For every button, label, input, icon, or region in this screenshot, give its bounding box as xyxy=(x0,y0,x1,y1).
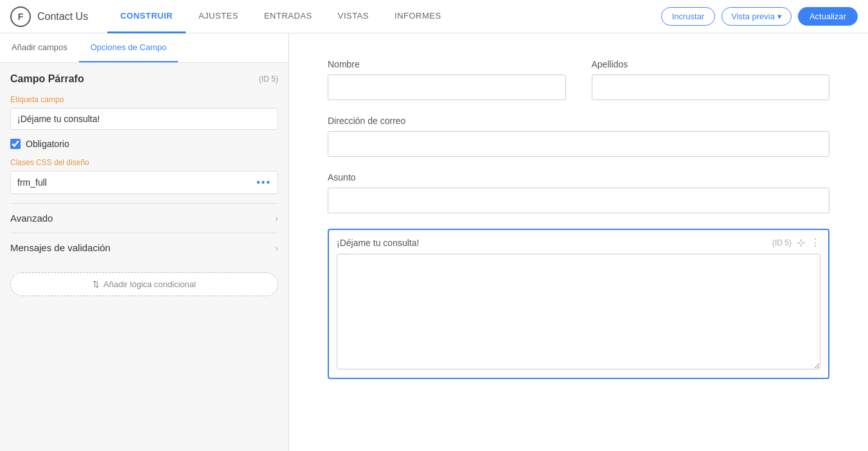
actualizar-button[interactable]: Actualizar xyxy=(798,7,858,26)
validacion-section[interactable]: Mensajes de validación › xyxy=(10,233,278,262)
top-nav: F Contact Us CONSTRUIR AJUSTES ENTRADAS … xyxy=(0,0,868,33)
tab-vistas[interactable]: VISTAS xyxy=(325,0,382,33)
incrustar-button[interactable]: Incrustar xyxy=(661,7,716,26)
paragraph-field-id: (ID 5) xyxy=(772,238,792,247)
apellidos-field: Apellidos xyxy=(592,59,830,100)
tab-entradas[interactable]: ENTRADAS xyxy=(251,0,325,33)
apellidos-label: Apellidos xyxy=(592,59,830,69)
asunto-label: Asunto xyxy=(328,172,829,182)
obligatorio-row: Obligatorio xyxy=(10,139,278,149)
css-input-row: ••• xyxy=(10,171,278,194)
email-field: Dirección de correo xyxy=(328,116,829,157)
etiqueta-group: Etiqueta campo xyxy=(10,95,278,130)
email-label: Dirección de correo xyxy=(328,116,829,126)
tab-construir[interactable]: CONSTRUIR xyxy=(107,0,186,33)
field-title: Campo Párrafo xyxy=(10,73,84,85)
avanzado-chevron-icon: › xyxy=(275,213,278,224)
form-canvas: Nombre Apellidos Dirección de correo Asu… xyxy=(289,33,868,451)
tab-ajustes[interactable]: AJUSTES xyxy=(186,0,251,33)
field-id: (ID 5) xyxy=(259,75,278,84)
paragraph-field-header: ¡Déjame tu consulta! (ID 5) ⊹ ⋮ xyxy=(337,236,820,249)
nav-tabs: CONSTRUIR AJUSTES ENTRADAS VISTAS INFORM… xyxy=(107,0,454,33)
vista-previa-button[interactable]: Vista previa ▾ xyxy=(722,7,792,26)
app-logo-area: F Contact Us xyxy=(10,6,88,27)
nav-actions: Incrustar Vista previa ▾ Actualizar xyxy=(661,7,858,26)
app-title: Contact Us xyxy=(37,11,88,22)
obligatorio-checkbox[interactable] xyxy=(10,139,21,149)
add-logic-button[interactable]: ⇅ Añadir lógica condicional xyxy=(10,272,278,296)
main-layout: Añadir campos Opciones de Campo Campo Pá… xyxy=(0,33,868,451)
more-options-icon[interactable]: ⋮ xyxy=(810,236,820,249)
add-logic-label: Añadir lógica condicional xyxy=(103,279,196,289)
validacion-label: Mensajes de validación xyxy=(10,242,111,253)
sidebar-content: Campo Párrafo (ID 5) Etiqueta campo Obli… xyxy=(0,63,288,306)
asunto-input[interactable] xyxy=(328,188,829,213)
css-label: Clases CSS del diseño xyxy=(10,158,278,167)
avanzado-section[interactable]: Avanzado › xyxy=(10,203,278,233)
nombre-input[interactable] xyxy=(328,75,566,100)
css-dots-button[interactable]: ••• xyxy=(250,172,278,193)
tab-informes[interactable]: INFORMES xyxy=(382,0,454,33)
etiqueta-input[interactable] xyxy=(10,108,278,130)
name-row: Nombre Apellidos xyxy=(328,59,829,100)
css-group: Clases CSS del diseño ••• xyxy=(10,158,278,194)
paragraph-field-label: ¡Déjame tu consulta! xyxy=(337,238,419,248)
sidebar: Añadir campos Opciones de Campo Campo Pá… xyxy=(0,33,289,451)
field-header: Campo Párrafo (ID 5) xyxy=(10,73,278,85)
logo-icon: F xyxy=(10,6,31,27)
etiqueta-label: Etiqueta campo xyxy=(10,95,278,104)
tab-add-fields[interactable]: Añadir campos xyxy=(0,33,79,62)
paragraph-field-meta: (ID 5) ⊹ ⋮ xyxy=(772,236,820,249)
paragraph-textarea[interactable] xyxy=(337,254,820,369)
avanzado-label: Avanzado xyxy=(10,213,53,224)
add-logic-icon: ⇅ xyxy=(93,279,100,289)
asunto-field: Asunto xyxy=(328,172,829,213)
nombre-label: Nombre xyxy=(328,59,566,69)
chevron-down-icon: ▾ xyxy=(777,12,782,21)
apellidos-input[interactable] xyxy=(592,75,830,100)
validacion-chevron-icon: › xyxy=(275,243,278,253)
drag-icon[interactable]: ⊹ xyxy=(797,236,805,249)
obligatorio-label: Obligatorio xyxy=(26,139,69,149)
nombre-field: Nombre xyxy=(328,59,566,100)
paragraph-field-wrapper: ¡Déjame tu consulta! (ID 5) ⊹ ⋮ xyxy=(328,229,829,379)
tab-field-options[interactable]: Opciones de Campo xyxy=(79,33,179,62)
email-input[interactable] xyxy=(328,131,829,157)
sidebar-tabs: Añadir campos Opciones de Campo xyxy=(0,33,288,63)
css-input[interactable] xyxy=(11,172,250,193)
